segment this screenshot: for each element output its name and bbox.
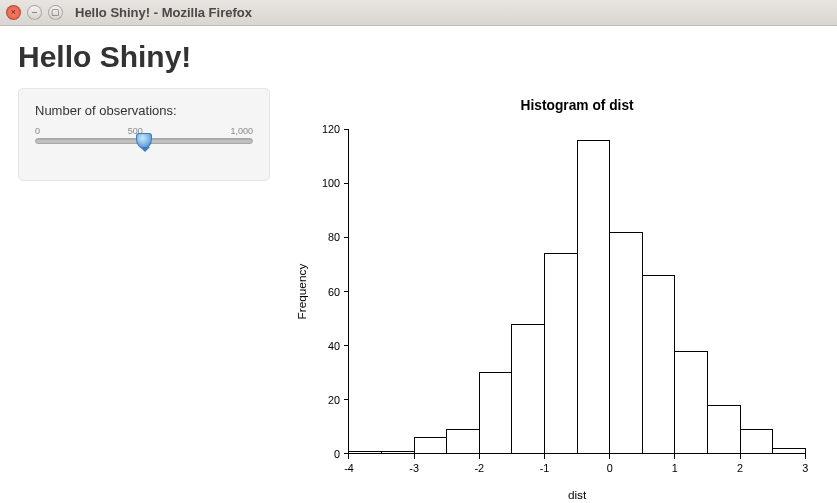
svg-text:-3: -3: [409, 462, 419, 474]
svg-rect-10: [642, 275, 675, 453]
svg-text:100: 100: [322, 177, 340, 189]
page-title: Hello Shiny!: [18, 40, 819, 74]
svg-text:60: 60: [328, 286, 340, 298]
svg-text:20: 20: [328, 394, 340, 406]
svg-text:2: 2: [737, 462, 743, 474]
svg-text:-1: -1: [540, 462, 550, 474]
svg-text:40: 40: [328, 340, 340, 352]
slider-label: Number of observations:: [35, 103, 253, 118]
svg-text:Histogram of dist: Histogram of dist: [521, 98, 634, 113]
content-row: Number of observations: 0 500 1,000 Hist…: [18, 88, 819, 503]
minimize-icon: –: [32, 8, 37, 17]
window-minimize-button[interactable]: –: [27, 5, 42, 20]
svg-rect-14: [773, 448, 806, 453]
slider-max-label: 1,000: [230, 126, 253, 136]
svg-text:-2: -2: [475, 462, 485, 474]
svg-rect-3: [414, 438, 447, 454]
svg-rect-11: [675, 351, 708, 454]
svg-text:0: 0: [334, 448, 340, 460]
slider-track: [35, 138, 253, 144]
window-maximize-button[interactable]: ▢: [48, 5, 63, 20]
svg-text:Frequency: Frequency: [295, 264, 309, 320]
window-close-button[interactable]: ×: [6, 5, 21, 20]
plot-svg: Histogram of dist-4-3-2-1012302040608010…: [288, 88, 819, 503]
svg-text:dist: dist: [568, 488, 587, 502]
window-title: Hello Shiny! - Mozilla Firefox: [75, 5, 252, 20]
svg-text:3: 3: [802, 462, 808, 474]
svg-text:-4: -4: [344, 462, 354, 474]
svg-text:120: 120: [322, 123, 340, 135]
svg-rect-4: [447, 429, 480, 453]
svg-rect-13: [740, 429, 773, 453]
svg-text:1: 1: [672, 462, 678, 474]
svg-rect-6: [512, 324, 545, 454]
histogram-plot: Histogram of dist-4-3-2-1012302040608010…: [288, 88, 819, 503]
close-icon: ×: [11, 8, 16, 17]
page-body: Hello Shiny! Number of observations: 0 5…: [0, 26, 837, 503]
svg-text:80: 80: [328, 231, 340, 243]
svg-text:0: 0: [607, 462, 613, 474]
sidebar-panel: Number of observations: 0 500 1,000: [18, 88, 270, 181]
slider-handle[interactable]: [136, 133, 152, 149]
svg-rect-9: [610, 232, 643, 454]
maximize-icon: ▢: [51, 8, 60, 17]
slider-min-label: 0: [35, 126, 40, 136]
svg-rect-12: [707, 405, 740, 454]
svg-rect-7: [545, 254, 578, 454]
svg-rect-5: [479, 373, 512, 454]
observations-slider[interactable]: [35, 138, 253, 162]
svg-rect-8: [577, 140, 610, 454]
window-titlebar: × – ▢ Hello Shiny! - Mozilla Firefox: [0, 0, 837, 26]
